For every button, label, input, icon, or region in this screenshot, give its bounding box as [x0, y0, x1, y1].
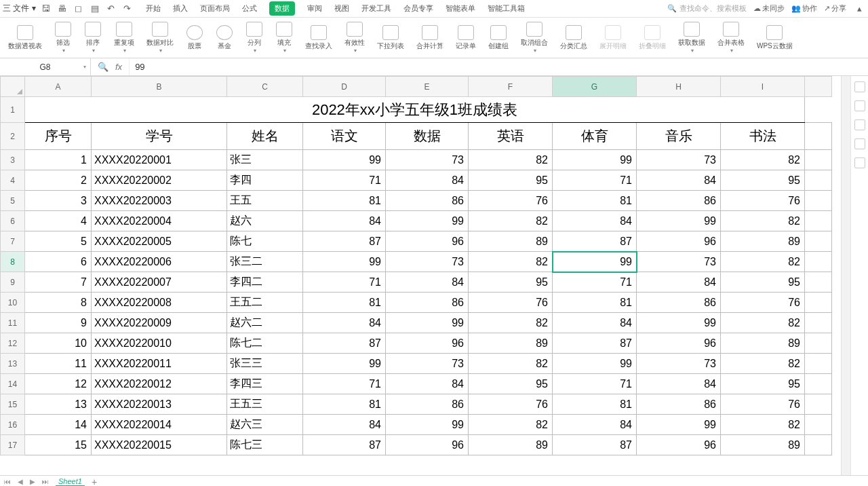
cell-H15[interactable]: 86 [637, 394, 721, 415]
cell-G7[interactable]: 87 [553, 231, 637, 252]
tab-nav-next[interactable]: ▶ [30, 478, 35, 485]
cell-G12[interactable]: 87 [553, 333, 637, 354]
cell-B11[interactable]: XXXX20220009 [92, 313, 227, 333]
tab-nav-last[interactable]: ⏭ [42, 478, 49, 485]
col-I-header[interactable]: 书法 [721, 123, 805, 150]
cell-C6[interactable]: 赵六 [227, 211, 303, 231]
cell-F8[interactable]: 82 [469, 252, 553, 272]
cell-C8[interactable]: 张三二 [227, 252, 303, 272]
ribbon-股票[interactable]: 股票 [182, 24, 208, 52]
cell-B15[interactable]: XXXX20220013 [92, 394, 227, 415]
cell-I10[interactable]: 76 [721, 293, 805, 313]
collapse-ribbon-icon[interactable]: ▴ [853, 3, 865, 15]
cell-C11[interactable]: 赵六二 [227, 313, 303, 333]
cell-E6[interactable]: 99 [386, 211, 469, 231]
sidepanel-help-icon[interactable] [854, 119, 865, 130]
cell-D6[interactable]: 84 [303, 211, 386, 231]
cell-F3[interactable]: 82 [469, 150, 553, 170]
cell-H5[interactable]: 86 [637, 191, 721, 211]
cell-G13[interactable]: 99 [553, 354, 637, 374]
menu-tab-1[interactable]: 插入 [173, 3, 188, 14]
cell-C16[interactable]: 赵六三 [227, 415, 303, 435]
col-header-I[interactable]: I [721, 77, 805, 97]
menu-tab-2[interactable]: 页面布局 [200, 3, 230, 14]
redo-icon[interactable]: ↷ [121, 3, 134, 15]
menu-tab-3[interactable]: 公式 [242, 3, 257, 14]
cell-F13[interactable]: 82 [469, 354, 553, 374]
cell-A15[interactable]: 13 [25, 394, 92, 415]
row-header-2[interactable]: 2 [1, 123, 25, 150]
spreadsheet-grid[interactable]: ABCDEFGHI12022年xx小学五年级1班成绩表2序号学号姓名语文数据英语… [0, 76, 841, 475]
cell-D14[interactable]: 71 [303, 374, 386, 394]
cell-E12[interactable]: 96 [386, 333, 469, 354]
row-header-10[interactable]: 10 [1, 293, 25, 313]
row-header-4[interactable]: 4 [1, 170, 25, 191]
cell-I9[interactable]: 95 [721, 272, 805, 293]
cell-G11[interactable]: 84 [553, 313, 637, 333]
cell-H3[interactable]: 73 [637, 150, 721, 170]
cell-F16[interactable]: 82 [469, 415, 553, 435]
file-menu[interactable]: 三 文件 ▾ [3, 3, 36, 14]
cell-E11[interactable]: 99 [386, 313, 469, 333]
cell-D5[interactable]: 81 [303, 191, 386, 211]
cell-B16[interactable]: XXXX20220014 [92, 415, 227, 435]
preview-icon[interactable]: ◻ [73, 3, 85, 15]
menu-tab-7[interactable]: 开发工具 [361, 3, 391, 14]
cell-G4[interactable]: 71 [553, 170, 637, 191]
ribbon-下拉列表[interactable]: 下拉列表 [373, 24, 408, 52]
sheet-tab-1[interactable]: Sheet1 [56, 477, 85, 487]
row-header-13[interactable]: 13 [1, 354, 25, 374]
cell-E14[interactable]: 84 [386, 374, 469, 394]
cell-D16[interactable]: 84 [303, 415, 386, 435]
cell-H12[interactable]: 96 [637, 333, 721, 354]
col-header-H[interactable]: H [637, 77, 721, 97]
cell-I7[interactable]: 89 [721, 231, 805, 252]
cell-D8[interactable]: 99 [303, 252, 386, 272]
cell-I15[interactable]: 76 [721, 394, 805, 415]
ribbon-数据透视表[interactable]: 数据透视表 [4, 24, 46, 52]
menu-tab-8[interactable]: 会员专享 [403, 3, 433, 14]
cell-G16[interactable]: 84 [553, 415, 637, 435]
cell-B7[interactable]: XXXX20220005 [92, 231, 227, 252]
cell-F4[interactable]: 95 [469, 170, 553, 191]
cell-E8[interactable]: 73 [386, 252, 469, 272]
cell-A12[interactable]: 10 [25, 333, 92, 354]
coop-link[interactable]: 👥 协作 [791, 3, 817, 14]
ribbon-合并表格[interactable]: 合并表格 [713, 20, 749, 55]
cell-A4[interactable]: 2 [25, 170, 92, 191]
cell-G5[interactable]: 81 [553, 191, 637, 211]
cell-I11[interactable]: 82 [721, 313, 805, 333]
cell-D12[interactable]: 87 [303, 333, 386, 354]
cell-F11[interactable]: 82 [469, 313, 553, 333]
cell-H11[interactable]: 99 [637, 313, 721, 333]
ribbon-基金[interactable]: 基金 [212, 24, 237, 52]
col-header-D[interactable]: D [303, 77, 386, 97]
cell-F17[interactable]: 89 [469, 435, 553, 455]
cell-C9[interactable]: 李四二 [227, 272, 303, 293]
row-header-5[interactable]: 5 [1, 191, 25, 211]
cell-A10[interactable]: 8 [25, 293, 92, 313]
cell-B9[interactable]: XXXX20220007 [92, 272, 227, 293]
ribbon-有效性[interactable]: 有效性 [340, 20, 369, 55]
cell-G14[interactable]: 71 [553, 374, 637, 394]
search-fx-icon[interactable]: 🔍 [98, 62, 108, 72]
cell-I3[interactable]: 82 [721, 150, 805, 170]
cell-C7[interactable]: 陈七 [227, 231, 303, 252]
ribbon-获取数据[interactable]: 获取数据 [674, 20, 709, 55]
cell-G8[interactable]: 99 [553, 252, 637, 272]
ribbon-数据对比[interactable]: 数据对比 [142, 20, 178, 55]
cell-I16[interactable]: 82 [721, 415, 805, 435]
ribbon-取消组合[interactable]: 取消组合 [517, 20, 552, 55]
col-header-F[interactable]: F [469, 77, 553, 97]
cell-B6[interactable]: XXXX20220004 [92, 211, 227, 231]
col-G-header[interactable]: 体育 [553, 123, 637, 150]
cell-D3[interactable]: 99 [303, 150, 386, 170]
cell-H14[interactable]: 84 [637, 374, 721, 394]
cell-B3[interactable]: XXXX20220001 [92, 150, 227, 170]
vertical-scrollbar[interactable] [841, 76, 850, 475]
cell-A7[interactable]: 5 [25, 231, 92, 252]
cell-G6[interactable]: 84 [553, 211, 637, 231]
cell-I5[interactable]: 76 [721, 191, 805, 211]
sidepanel-style-icon[interactable] [854, 100, 865, 111]
cell-F6[interactable]: 82 [469, 211, 553, 231]
